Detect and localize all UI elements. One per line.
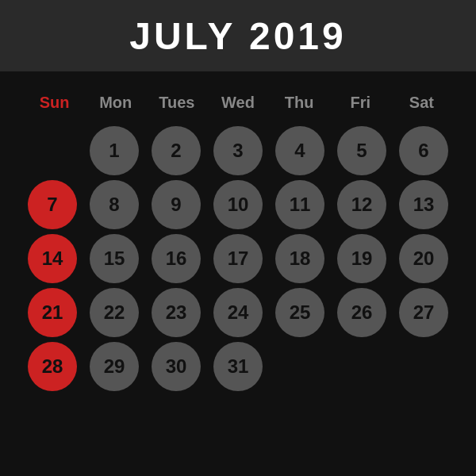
day-cell[interactable]: 24 (209, 288, 267, 337)
day-cell[interactable]: 17 (209, 234, 267, 283)
day-cell (24, 126, 81, 175)
calendar-grid: 1234567891011121314151617181920212223242… (24, 126, 452, 391)
day-cell[interactable]: 23 (148, 288, 205, 337)
day-cell[interactable]: 10 (209, 180, 267, 229)
day-cell (395, 342, 452, 391)
day-cell[interactable]: 4 (271, 126, 328, 175)
day-cell (333, 342, 390, 391)
day-header-mon: Mon (85, 87, 146, 118)
day-number-28: 28 (28, 342, 77, 391)
day-number-11: 11 (275, 180, 324, 229)
day-header-wed: Wed (207, 87, 268, 118)
day-number-19: 19 (337, 234, 386, 283)
day-cell[interactable]: 22 (86, 288, 143, 337)
day-cell[interactable]: 21 (24, 288, 81, 337)
day-number-5: 5 (337, 126, 386, 175)
day-cell[interactable]: 11 (271, 180, 328, 229)
month-year-title: JULY 2019 (129, 14, 347, 58)
day-cell[interactable]: 15 (86, 234, 143, 283)
empty-day (28, 126, 77, 175)
day-number-7: 7 (28, 180, 77, 229)
day-number-9: 9 (152, 180, 201, 229)
day-header-thu: Thu (269, 87, 330, 118)
day-number-27: 27 (399, 288, 448, 337)
day-cell[interactable]: 20 (395, 234, 452, 283)
day-number-6: 6 (399, 126, 448, 175)
day-number-20: 20 (399, 234, 448, 283)
day-cell[interactable]: 28 (24, 342, 81, 391)
day-number-25: 25 (275, 288, 324, 337)
empty-day (275, 342, 324, 391)
empty-day (337, 342, 386, 391)
day-header-sat: Sat (391, 87, 452, 118)
day-cell[interactable]: 7 (24, 180, 81, 229)
day-cell[interactable]: 2 (148, 126, 205, 175)
day-header-sun: Sun (24, 87, 85, 118)
day-number-15: 15 (90, 234, 139, 283)
day-header-tues: Tues (146, 87, 207, 118)
day-cell[interactable]: 13 (395, 180, 452, 229)
day-header-fri: Fri (330, 87, 391, 118)
day-cell[interactable]: 9 (148, 180, 205, 229)
day-cell[interactable]: 19 (333, 234, 390, 283)
day-cell[interactable]: 30 (148, 342, 205, 391)
day-number-10: 10 (213, 180, 263, 229)
day-number-3: 3 (213, 126, 263, 175)
day-number-18: 18 (275, 234, 324, 283)
day-number-24: 24 (213, 288, 263, 337)
day-cell[interactable]: 3 (209, 126, 267, 175)
calendar-body: SunMonTuesWedThuFriSat 12345678910111213… (0, 71, 476, 407)
day-number-17: 17 (213, 234, 263, 283)
day-cell[interactable]: 12 (333, 180, 390, 229)
day-headers-row: SunMonTuesWedThuFriSat (24, 87, 452, 118)
day-number-26: 26 (337, 288, 386, 337)
day-cell[interactable]: 5 (333, 126, 390, 175)
day-cell[interactable]: 25 (271, 288, 328, 337)
day-number-21: 21 (28, 288, 77, 337)
day-number-13: 13 (399, 180, 448, 229)
day-number-14: 14 (28, 234, 77, 283)
day-number-30: 30 (152, 342, 201, 391)
day-number-1: 1 (90, 126, 139, 175)
day-cell[interactable]: 6 (395, 126, 452, 175)
day-cell[interactable]: 31 (209, 342, 267, 391)
day-number-31: 31 (213, 342, 263, 391)
day-number-12: 12 (337, 180, 386, 229)
day-number-2: 2 (152, 126, 201, 175)
day-number-29: 29 (90, 342, 139, 391)
day-cell (271, 342, 328, 391)
day-number-8: 8 (90, 180, 139, 229)
day-number-23: 23 (152, 288, 201, 337)
day-cell[interactable]: 14 (24, 234, 81, 283)
day-cell[interactable]: 18 (271, 234, 328, 283)
day-cell[interactable]: 26 (333, 288, 390, 337)
day-cell[interactable]: 27 (395, 288, 452, 337)
calendar-header: JULY 2019 (0, 0, 476, 71)
day-cell[interactable]: 1 (86, 126, 143, 175)
day-number-4: 4 (275, 126, 324, 175)
day-number-22: 22 (90, 288, 139, 337)
empty-day (399, 342, 448, 391)
day-cell[interactable]: 16 (148, 234, 205, 283)
day-number-16: 16 (152, 234, 201, 283)
day-cell[interactable]: 8 (86, 180, 143, 229)
day-cell[interactable]: 29 (86, 342, 143, 391)
